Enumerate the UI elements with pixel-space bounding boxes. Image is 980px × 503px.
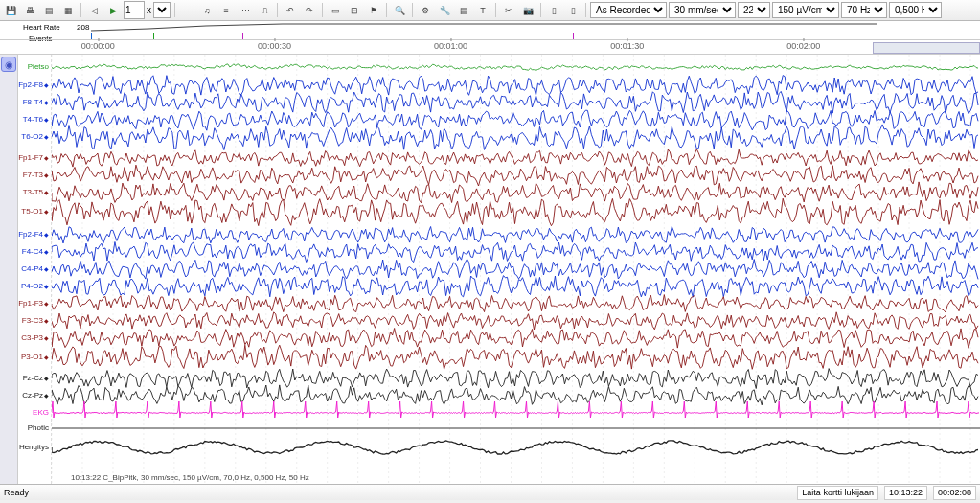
status-elapsed: 00:02:08 xyxy=(933,486,976,500)
channel-label[interactable]: F3-C3 xyxy=(22,316,49,325)
separator-icon xyxy=(386,3,387,17)
timeline[interactable]: Heart Rate 208 Events 00:00:00 00:00:30 … xyxy=(0,21,980,55)
channel-trace xyxy=(52,242,978,263)
channel-label[interactable]: EKG xyxy=(33,408,49,417)
status-ready: Ready xyxy=(4,488,29,497)
highfilter-select[interactable]: 70 Hz xyxy=(841,2,887,18)
separator-icon xyxy=(277,3,278,17)
settings-icon[interactable]: ⚙ xyxy=(417,2,434,19)
separator-icon xyxy=(174,3,175,17)
time-ruler[interactable]: 00:00:00 00:00:30 00:01:00 00:01:30 00:0… xyxy=(0,39,980,54)
channel-label[interactable]: T6-O2 xyxy=(21,132,49,141)
left-sidebar: ◉ xyxy=(0,55,18,484)
channel-label[interactable]: Fp2-F4 xyxy=(18,230,49,239)
channel-label[interactable]: Fp1-F7 xyxy=(18,153,49,162)
undo-icon[interactable]: ↶ xyxy=(282,2,299,19)
rect-icon[interactable]: ▭ xyxy=(327,2,344,19)
status-message: Laita kortti lukijaan xyxy=(797,486,878,500)
time-tick: 00:01:30 xyxy=(610,41,644,51)
channel-label[interactable]: Hengitys xyxy=(19,443,49,451)
chart-icon[interactable]: ▤ xyxy=(455,2,472,19)
displaymode-select[interactable]: As Recorded xyxy=(590,2,667,18)
status-clock: 10:13:22 xyxy=(884,486,927,500)
x-label: x xyxy=(147,5,151,15)
channel-trace xyxy=(52,64,978,71)
channel-trace xyxy=(52,110,978,130)
note-icon[interactable]: ♫ xyxy=(198,2,216,19)
channel-label[interactable]: Fp1-F3 xyxy=(18,299,49,308)
zoom-icon[interactable]: 🔍 xyxy=(391,2,408,19)
play-icon[interactable]: ▶ xyxy=(104,2,122,19)
line-icon[interactable]: — xyxy=(179,2,196,19)
channel-trace xyxy=(52,149,978,167)
print-icon[interactable]: 🖶 xyxy=(21,2,38,19)
channel-label[interactable]: T4-T6 xyxy=(23,115,49,124)
eye-icon[interactable]: ◉ xyxy=(1,57,16,72)
save-icon[interactable]: 💾 xyxy=(2,2,19,19)
channel-trace xyxy=(52,401,979,418)
measure-icon[interactable]: ≡ xyxy=(217,2,235,19)
prev-icon[interactable]: ◁ xyxy=(85,2,103,19)
page-input[interactable] xyxy=(124,1,145,19)
channel-trace xyxy=(52,345,978,369)
toolbar-main: 💾 🖶 ▤ ▦ ◁ ▶ x — ♫ ≡ ⋯ ⎍ ↶ ↷ ▭ ⊟ ⚑ 🔍 ⚙ 🔧 … xyxy=(0,0,980,21)
time-tick: 00:01:00 xyxy=(434,41,467,51)
separator-icon xyxy=(585,3,586,17)
heartrate-trace xyxy=(91,21,877,33)
channel-label[interactable]: T3-T5 xyxy=(23,188,49,196)
channel-label[interactable]: F7-T3 xyxy=(23,171,49,179)
channel-trace xyxy=(52,91,978,113)
channel-label[interactable]: Fp2-F8 xyxy=(18,80,49,89)
channel-label[interactable]: T5-O1 xyxy=(21,207,49,216)
doc1-icon[interactable]: ▯ xyxy=(545,2,562,19)
channel-trace xyxy=(52,441,978,454)
channel-label[interactable]: Photic xyxy=(28,423,49,432)
heartrate-label: Heart Rate xyxy=(23,23,60,32)
channel-label[interactable]: F8-T4 xyxy=(23,98,49,106)
heartrate-value: 208 xyxy=(77,23,89,32)
channel-label[interactable]: Pietso xyxy=(28,62,49,71)
channel-label[interactable]: C4-P4 xyxy=(21,264,49,273)
separator-icon xyxy=(495,3,496,17)
text-icon[interactable]: T xyxy=(474,2,491,19)
channel-label[interactable]: C3-P3 xyxy=(21,333,49,342)
channel-trace xyxy=(52,329,978,349)
channel-trace xyxy=(52,259,978,279)
channel-trace xyxy=(52,76,978,96)
sensitivity-select[interactable]: 150 µV/cm xyxy=(772,2,839,18)
channel-label[interactable]: P4-O2 xyxy=(21,282,49,290)
time-tick: 00:00:30 xyxy=(258,41,291,51)
channel-trace xyxy=(52,227,978,243)
channel-trace xyxy=(52,295,978,312)
new-icon[interactable]: ▤ xyxy=(40,2,57,19)
doc2-icon[interactable]: ▯ xyxy=(564,2,581,19)
time-tick: 00:02:00 xyxy=(786,41,820,51)
channel-trace xyxy=(52,125,978,150)
channel-trace xyxy=(52,198,978,226)
separator-icon xyxy=(322,3,323,17)
channel-label[interactable]: Cz-Pz xyxy=(22,391,49,400)
time-tick: 00:00:00 xyxy=(81,41,115,51)
status-bar: Ready Laita kortti lukijaan 10:13:22 00:… xyxy=(0,484,980,500)
ruler-icon[interactable]: ⊟ xyxy=(346,2,363,19)
channel-trace xyxy=(52,165,978,186)
font-select[interactable]: 22 xyxy=(738,2,770,18)
grid-icon[interactable]: ▦ xyxy=(59,2,77,19)
channel-label[interactable]: Fz-Cz xyxy=(23,374,49,382)
x-select[interactable] xyxy=(153,2,171,18)
comment-icon[interactable]: ⋯ xyxy=(237,2,254,19)
wrench-icon[interactable]: 🔧 xyxy=(436,2,453,19)
channel-label[interactable]: F4-C4 xyxy=(22,247,49,256)
flag-icon[interactable]: ⚑ xyxy=(365,2,382,19)
redo-icon[interactable]: ↷ xyxy=(301,2,318,19)
channel-trace xyxy=(52,369,978,389)
eeg-chart[interactable]: 10:13:22 C_BipPitk, 30 mm/sec, 150 µV/cm… xyxy=(52,55,980,484)
channel-label[interactable]: P3-O1 xyxy=(21,353,49,361)
sweep-select[interactable]: 30 mm/sec xyxy=(669,2,736,18)
cut-icon[interactable]: ✂ xyxy=(500,2,517,19)
lowfilter-select[interactable]: 0,500 Hz xyxy=(889,2,942,18)
channel-labels: PietsoFp2-F8F8-T4T4-T6T6-O2Fp1-F7F7-T3T3… xyxy=(18,55,52,484)
camera-icon[interactable]: 📷 xyxy=(519,2,536,19)
pulse-icon[interactable]: ⎍ xyxy=(256,2,273,19)
separator-icon xyxy=(412,3,413,17)
